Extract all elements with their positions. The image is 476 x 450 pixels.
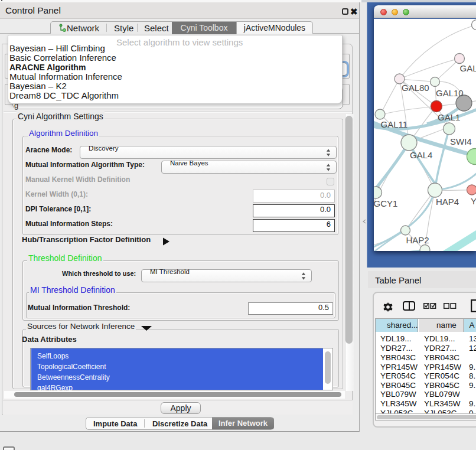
svg-text:GAL80: GAL80 bbox=[402, 83, 429, 93]
svg-text:GAL7: GAL7 bbox=[460, 63, 476, 73]
svg-text:HAP4: HAP4 bbox=[436, 197, 459, 207]
svg-text:SWI4: SWI4 bbox=[450, 136, 472, 146]
svg-text:GCY1: GCY1 bbox=[374, 198, 397, 208]
svg-text:GAL11: GAL11 bbox=[381, 119, 408, 129]
svg-text:GAL10: GAL10 bbox=[436, 88, 464, 98]
svg-text:HAP2: HAP2 bbox=[406, 235, 429, 245]
svg-text:Y: Y bbox=[471, 196, 476, 206]
svg-text:GAL1: GAL1 bbox=[438, 112, 460, 122]
svg-text:GAL4: GAL4 bbox=[410, 150, 432, 160]
